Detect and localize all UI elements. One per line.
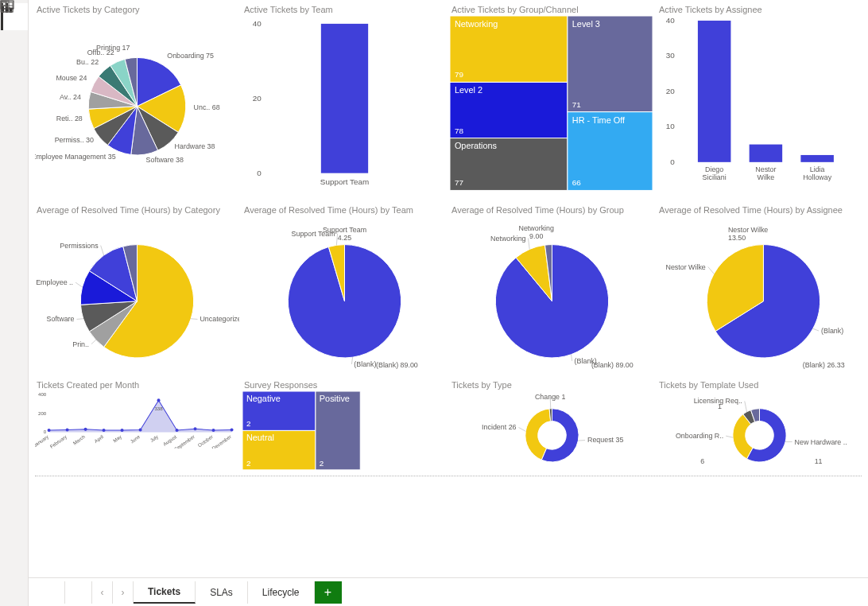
svg-text:Level 2: Level 2 xyxy=(455,85,482,95)
tab-slas[interactable]: SLAs xyxy=(196,581,248,604)
plus-icon: + xyxy=(324,585,331,600)
svg-text:February: February xyxy=(48,433,68,449)
chart-month[interactable]: Tickets Created per Month 0200400338Janu… xyxy=(35,380,239,477)
svg-line-67 xyxy=(351,357,352,364)
tab-label: Tickets xyxy=(148,586,180,597)
svg-text:200: 200 xyxy=(38,410,47,416)
chart-title: Average of Resolved Time (Hours) by Team xyxy=(242,205,447,215)
svg-rect-53 xyxy=(800,155,834,162)
svg-text:4.25: 4.25 xyxy=(338,234,351,242)
svg-point-99 xyxy=(211,429,215,432)
svg-text:Level 3: Level 3 xyxy=(572,19,600,29)
svg-text:Networking: Networking xyxy=(455,19,498,29)
svg-rect-50 xyxy=(750,145,783,162)
svg-text:0: 0 xyxy=(670,157,675,166)
svg-point-94 xyxy=(121,429,124,432)
svg-text:30: 30 xyxy=(666,51,675,60)
svg-text:Diego: Diego xyxy=(705,165,723,173)
svg-text:March: March xyxy=(72,433,86,445)
svg-text:Prin..: Prin.. xyxy=(72,340,89,348)
svg-text:66: 66 xyxy=(572,178,581,187)
svg-text:HR - Time Off: HR - Time Off xyxy=(572,115,626,125)
svg-text:Permiss.. 30: Permiss.. 30 xyxy=(55,136,94,144)
chart-active-category[interactable]: Active Tickets by Category Onboarding 75… xyxy=(35,5,239,199)
svg-text:40: 40 xyxy=(253,19,262,28)
tab-lifecycle[interactable]: Lifecycle xyxy=(248,581,315,604)
svg-text:(Blank) 26.33: (Blank) 26.33 xyxy=(803,361,845,369)
chart-resolved-group[interactable]: Average of Resolved Time (Hours) by Grou… xyxy=(450,205,654,374)
svg-text:13.50: 13.50 xyxy=(728,234,746,242)
prev-page-button[interactable]: ‹ xyxy=(92,581,113,604)
svg-text:11: 11 xyxy=(815,457,823,465)
svg-text:Networking: Networking xyxy=(490,235,525,243)
svg-text:Employee ..: Employee .. xyxy=(36,278,73,286)
chart-title: Average of Resolved Time (Hours) by Cate… xyxy=(35,205,239,215)
svg-text:2: 2 xyxy=(320,459,324,468)
chart-resolved-category[interactable]: Average of Resolved Time (Hours) by Cate… xyxy=(35,205,239,374)
svg-line-57 xyxy=(191,319,197,320)
svg-rect-25 xyxy=(321,24,368,173)
chart-title: Active Tickets by Category xyxy=(35,5,239,14)
svg-text:August: August xyxy=(162,433,178,447)
svg-rect-36 xyxy=(568,16,653,112)
svg-text:2: 2 xyxy=(246,459,251,468)
chart-type[interactable]: Tickets by Type Request 35Incident 26Cha… xyxy=(450,380,654,477)
svg-line-83 xyxy=(708,267,714,274)
chart-survey[interactable]: Survey Responses Negative2Neutral2Positi… xyxy=(242,380,447,477)
svg-line-74 xyxy=(572,355,572,361)
svg-text:79: 79 xyxy=(455,70,463,79)
svg-text:Printing 17: Printing 17 xyxy=(96,44,130,52)
next-page-button[interactable]: › xyxy=(113,581,134,604)
svg-text:New Hardware ..: New Hardware .. xyxy=(795,438,847,446)
desktop-layout-button[interactable] xyxy=(38,581,65,604)
svg-point-95 xyxy=(139,428,142,431)
svg-line-59 xyxy=(91,340,96,344)
svg-text:Software 38: Software 38 xyxy=(146,156,184,164)
svg-text:January: January xyxy=(35,433,50,449)
svg-point-97 xyxy=(176,429,179,432)
svg-text:Reti.. 28: Reti.. 28 xyxy=(56,115,83,122)
data-view-button[interactable] xyxy=(1,30,28,57)
svg-text:Lidia: Lidia xyxy=(810,165,825,173)
model-view-button[interactable] xyxy=(1,57,28,84)
svg-text:May: May xyxy=(112,433,123,444)
svg-text:September: September xyxy=(173,433,196,448)
svg-text:Nestor: Nestor xyxy=(755,165,776,173)
svg-text:Nestor Wilke: Nestor Wilke xyxy=(728,226,768,234)
chart-resolved-team[interactable]: Average of Resolved Time (Hours) by Team… xyxy=(242,205,447,374)
svg-text:10: 10 xyxy=(666,122,675,130)
mobile-layout-button[interactable] xyxy=(65,581,92,604)
svg-text:June: June xyxy=(129,433,141,445)
svg-text:Wilke: Wilke xyxy=(758,173,775,181)
svg-point-96 xyxy=(157,398,161,402)
svg-point-98 xyxy=(194,427,197,430)
svg-line-125 xyxy=(519,427,526,431)
tabs: Tickets SLAs Lifecycle + xyxy=(134,581,342,604)
chart-active-assignee[interactable]: Active Tickets by Assignee 010203040Dieg… xyxy=(657,5,862,199)
chart-title: Average of Resolved Time (Hours) by Assi… xyxy=(657,205,862,215)
svg-line-65 xyxy=(101,246,104,256)
svg-text:78: 78 xyxy=(455,126,463,135)
add-page-button[interactable]: + xyxy=(315,581,342,604)
svg-text:Support Team: Support Team xyxy=(320,177,369,186)
svg-text:Incident 26: Incident 26 xyxy=(482,423,516,431)
chart-active-team[interactable]: Active Tickets by Team 02040Support Team xyxy=(242,5,447,199)
svg-text:71: 71 xyxy=(572,100,581,109)
svg-text:Software: Software xyxy=(46,315,74,323)
svg-text:Unc.. 68: Unc.. 68 xyxy=(194,103,220,111)
svg-text:July: July xyxy=(149,433,160,443)
svg-text:Support Team: Support Team xyxy=(323,226,366,234)
chart-template[interactable]: Tickets by Template Used New Hardware ..… xyxy=(657,380,862,477)
chart-resolved-assignee[interactable]: Average of Resolved Time (Hours) by Assi… xyxy=(657,205,862,374)
svg-text:Operations: Operations xyxy=(455,141,498,150)
svg-point-92 xyxy=(84,428,87,431)
svg-text:Hardware 38: Hardware 38 xyxy=(175,142,215,150)
svg-text:Siciliani: Siciliani xyxy=(703,173,727,181)
report-canvas: Active Tickets by Category Onboarding 75… xyxy=(29,0,868,577)
tab-tickets[interactable]: Tickets xyxy=(134,581,196,604)
chart-active-group[interactable]: Active Tickets by Group/Channel Networki… xyxy=(450,5,654,199)
svg-line-63 xyxy=(76,282,83,287)
svg-text:(Blank) 89.00: (Blank) 89.00 xyxy=(591,361,634,369)
svg-text:9.00: 9.00 xyxy=(529,232,543,240)
chart-title: Tickets by Type xyxy=(450,380,654,390)
